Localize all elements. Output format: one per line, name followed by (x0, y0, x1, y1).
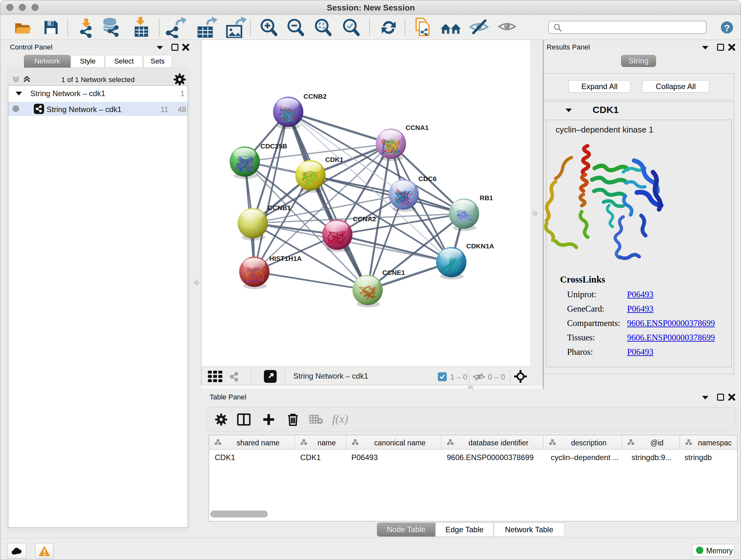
svg-text:CDC25B: CDC25B (260, 142, 287, 150)
svg-text:CCNB2: CCNB2 (304, 92, 327, 100)
svg-text:CCNA1: CCNA1 (406, 124, 429, 131)
svg-text:CCNE1: CCNE1 (382, 269, 405, 276)
svg-text:CDK1: CDK1 (325, 156, 343, 163)
svg-text:CDKN1A: CDKN1A (466, 242, 494, 250)
svg-text:RB1: RB1 (480, 194, 493, 201)
svg-text:CCNA2: CCNA2 (353, 215, 376, 223)
svg-text:HIST1H1A: HIST1H1A (269, 255, 302, 262)
svg-text:CCNB1: CCNB1 (268, 204, 291, 211)
svg-text:CDC6: CDC6 (418, 175, 436, 182)
